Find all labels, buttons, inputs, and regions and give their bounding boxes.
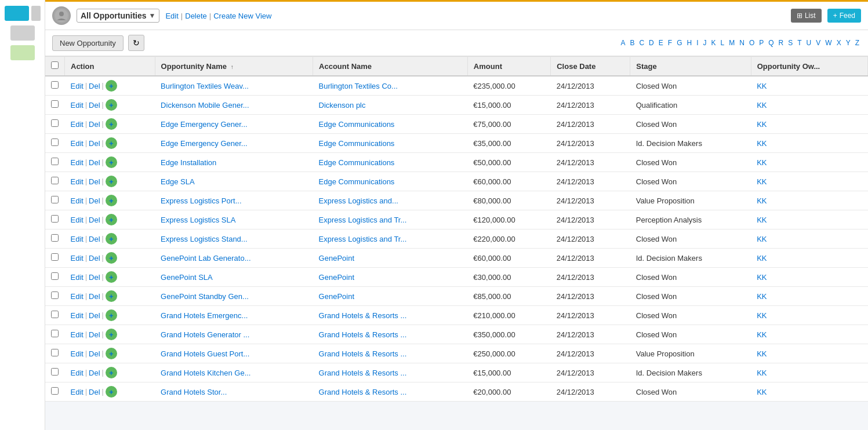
alpha-U[interactable]: U — [805, 38, 813, 48]
account-name-link[interactable]: Express Logistics and Tr... — [319, 235, 407, 243]
alpha-Z[interactable]: Z — [854, 38, 861, 48]
alpha-W[interactable]: W — [823, 38, 833, 48]
alpha-K[interactable]: K — [710, 38, 718, 48]
row-checkbox[interactable] — [51, 291, 59, 299]
add-button[interactable]: + — [106, 252, 117, 264]
account-name-link[interactable]: Grand Hotels & Resorts ... — [319, 311, 407, 320]
account-name-link[interactable]: GenePoint — [319, 254, 354, 263]
owner-link[interactable]: KK — [757, 196, 767, 205]
alpha-J[interactable]: J — [702, 38, 709, 48]
account-name-link[interactable]: Edge Communications — [319, 139, 395, 148]
alpha-G[interactable]: G — [675, 38, 684, 48]
account-name-link[interactable]: Express Logistics and Tr... — [319, 216, 407, 224]
opportunity-name-link[interactable]: Grand Hotels Emergenc... — [161, 311, 248, 320]
add-button[interactable]: + — [106, 348, 117, 359]
owner-link[interactable]: KK — [757, 311, 767, 320]
add-button[interactable]: + — [106, 309, 117, 321]
delete-link[interactable]: Del — [89, 311, 100, 320]
account-name-link[interactable]: Grand Hotels & Resorts ... — [319, 330, 407, 339]
row-checkbox[interactable] — [51, 100, 59, 108]
alpha-T[interactable]: T — [796, 38, 803, 48]
edit-link[interactable]: Edit — [71, 349, 83, 358]
add-button[interactable]: + — [106, 386, 117, 398]
delete-link[interactable]: Del — [89, 349, 100, 358]
delete-link[interactable]: Del — [89, 101, 100, 110]
opportunity-name-link[interactable]: Edge Emergency Gener... — [161, 120, 248, 129]
row-checkbox[interactable] — [51, 215, 59, 223]
account-name-link[interactable]: Grand Hotels & Resorts ... — [319, 388, 407, 396]
add-button[interactable]: + — [106, 118, 117, 130]
delete-link[interactable]: Del — [89, 369, 100, 377]
delete-link[interactable]: Del — [89, 388, 100, 396]
opportunity-name-link[interactable]: Edge Emergency Gener... — [161, 139, 248, 148]
owner-link[interactable]: KK — [757, 158, 767, 167]
edit-link[interactable]: Edit — [71, 235, 83, 243]
owner-link[interactable]: KK — [757, 388, 767, 396]
alpha-I[interactable]: I — [695, 38, 700, 48]
row-checkbox[interactable] — [51, 158, 59, 165]
new-opportunity-button[interactable]: New Opportunity — [52, 35, 124, 51]
alpha-C[interactable]: C — [637, 38, 646, 48]
row-checkbox[interactable] — [51, 81, 59, 89]
account-name-link[interactable]: Grand Hotels & Resorts ... — [319, 369, 407, 377]
alpha-M[interactable]: M — [727, 38, 736, 48]
opportunity-name-link[interactable]: Express Logistics Port... — [161, 196, 241, 205]
edit-view-link[interactable]: Edit — [165, 12, 178, 20]
delete-link[interactable]: Del — [89, 292, 100, 301]
view-selector[interactable]: All Opportunities ▼ — [77, 9, 159, 23]
opportunity-name-link[interactable]: GenePoint Standby Gen... — [161, 292, 249, 301]
opportunity-name-column-header[interactable]: Opportunity Name ↑ — [155, 57, 313, 76]
add-button[interactable]: + — [106, 233, 117, 245]
create-view-link[interactable]: Create New View — [213, 12, 271, 20]
edit-link[interactable]: Edit — [71, 292, 83, 301]
edit-link[interactable]: Edit — [71, 139, 83, 148]
edit-link[interactable]: Edit — [71, 388, 83, 396]
owner-link[interactable]: KK — [757, 349, 767, 358]
opportunity-name-link[interactable]: GenePoint SLA — [161, 273, 213, 282]
alpha-D[interactable]: D — [647, 38, 656, 48]
owner-link[interactable]: KK — [757, 120, 767, 129]
row-checkbox[interactable] — [51, 368, 59, 376]
account-name-link[interactable]: Edge Communications — [319, 120, 395, 129]
opportunity-name-link[interactable]: Express Logistics SLA — [161, 216, 235, 224]
alpha-V[interactable]: V — [814, 38, 822, 48]
delete-link[interactable]: Del — [89, 158, 100, 167]
account-name-link[interactable]: Edge Communications — [319, 177, 395, 186]
account-name-link[interactable]: Burlington Textiles Co... — [319, 82, 398, 90]
opportunity-name-link[interactable]: Grand Hotels Generator ... — [161, 330, 249, 339]
add-button[interactable]: + — [106, 80, 117, 92]
account-name-link[interactable]: GenePoint — [319, 273, 354, 282]
edit-link[interactable]: Edit — [71, 158, 83, 167]
alpha-S[interactable]: S — [786, 38, 794, 48]
add-button[interactable]: + — [106, 271, 117, 283]
row-checkbox[interactable] — [51, 387, 59, 395]
add-button[interactable]: + — [106, 329, 117, 340]
alpha-E[interactable]: E — [657, 38, 665, 48]
alpha-H[interactable]: H — [685, 38, 693, 48]
edit-link[interactable]: Edit — [71, 311, 83, 320]
alpha-N[interactable]: N — [738, 38, 746, 48]
edit-link[interactable]: Edit — [71, 196, 83, 205]
alpha-O[interactable]: O — [747, 38, 756, 48]
refresh-button[interactable]: ↻ — [128, 35, 144, 51]
edit-link[interactable]: Edit — [71, 177, 83, 186]
account-name-link[interactable]: Dickenson plc — [319, 101, 366, 110]
delete-link[interactable]: Del — [89, 139, 100, 148]
alpha-Y[interactable]: Y — [844, 38, 852, 48]
sidebar-arrow-btn[interactable] — [31, 6, 41, 21]
delete-link[interactable]: Del — [89, 196, 100, 205]
list-button[interactable]: ⊞ List — [791, 9, 822, 23]
delete-link[interactable]: Del — [89, 177, 100, 186]
opportunity-name-link[interactable]: Dickenson Mobile Gener... — [161, 101, 249, 110]
owner-link[interactable]: KK — [757, 369, 767, 377]
alpha-Q[interactable]: Q — [767, 38, 775, 48]
opportunity-name-link[interactable]: Edge Installation — [161, 158, 216, 167]
opportunity-name-link[interactable]: Express Logistics Stand... — [161, 235, 248, 243]
alpha-X[interactable]: X — [835, 38, 843, 48]
owner-link[interactable]: KK — [757, 82, 767, 90]
opportunity-name-link[interactable]: Grand Hotels Stor... — [161, 388, 227, 396]
row-checkbox[interactable] — [51, 349, 59, 356]
owner-link[interactable]: KK — [757, 330, 767, 339]
row-checkbox[interactable] — [51, 272, 59, 280]
opportunity-name-link[interactable]: Burlington Textiles Weav... — [161, 82, 249, 90]
